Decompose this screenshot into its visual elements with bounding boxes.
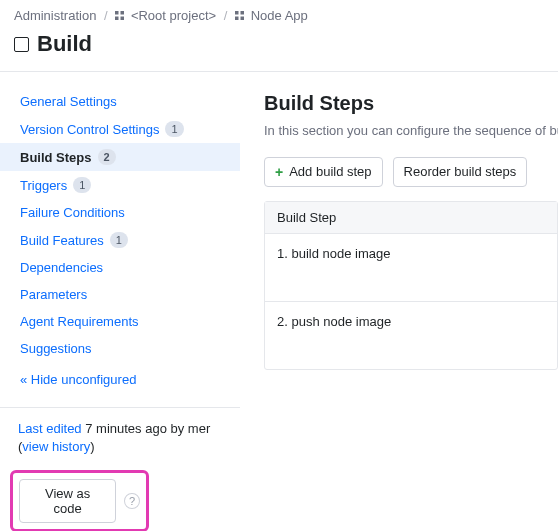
table-row[interactable]: 1. build node image <box>265 234 557 302</box>
main-panel: Build Steps In this section you can conf… <box>240 72 558 531</box>
svg-rect-3 <box>121 17 125 21</box>
add-build-step-label: Add build step <box>289 164 371 179</box>
sidebar-divider <box>0 407 240 408</box>
last-edited-link[interactable]: Last edited <box>18 421 82 436</box>
sidebar: General SettingsVersion Control Settings… <box>0 72 240 531</box>
sidebar-item-label: Failure Conditions <box>20 205 125 220</box>
sidebar-item-label: Parameters <box>20 287 87 302</box>
sidebar-item-label: Triggers <box>20 178 67 193</box>
plus-icon: + <box>275 164 283 180</box>
sidebar-item-build-features[interactable]: Build Features1 <box>0 226 240 254</box>
sidebar-item-dependencies[interactable]: Dependencies <box>0 254 240 281</box>
sidebar-item-suggestions[interactable]: Suggestions <box>0 335 240 362</box>
sidebar-item-label: Build Features <box>20 233 104 248</box>
view-as-code-button[interactable]: View as code <box>19 479 116 523</box>
svg-rect-5 <box>241 11 245 15</box>
project-icon <box>115 11 124 20</box>
svg-rect-0 <box>115 11 119 15</box>
breadcrumb: Administration / <Root project> / Node A… <box>0 0 558 29</box>
svg-rect-6 <box>235 17 239 21</box>
sidebar-item-parameters[interactable]: Parameters <box>0 281 240 308</box>
sidebar-item-triggers[interactable]: Triggers1 <box>0 171 240 199</box>
page-title-row: Build <box>0 29 558 71</box>
project-icon <box>235 11 244 20</box>
breadcrumb-sep: / <box>104 8 108 23</box>
sidebar-item-label: General Settings <box>20 94 117 109</box>
svg-rect-1 <box>121 11 125 15</box>
last-edited-time: 7 minutes ago by mer <box>85 421 210 436</box>
sidebar-item-label: Suggestions <box>20 341 92 356</box>
breadcrumb-admin[interactable]: Administration <box>14 8 96 23</box>
button-row: + Add build step Reorder build steps <box>264 157 558 187</box>
build-config-icon <box>14 37 29 52</box>
last-edited: Last edited 7 minutes ago by mer (view h… <box>0 420 240 456</box>
sidebar-item-agent-requirements[interactable]: Agent Requirements <box>0 308 240 335</box>
sidebar-item-badge: 1 <box>165 121 183 137</box>
sidebar-item-label: Dependencies <box>20 260 103 275</box>
svg-rect-2 <box>115 17 119 21</box>
hide-unconfigured-link[interactable]: « Hide unconfigured <box>0 362 240 401</box>
table-header: Build Step <box>265 202 557 234</box>
breadcrumb-node[interactable]: Node App <box>251 8 308 23</box>
sidebar-item-version-control-settings[interactable]: Version Control Settings1 <box>0 115 240 143</box>
sidebar-item-label: Version Control Settings <box>20 122 159 137</box>
svg-rect-7 <box>241 17 245 21</box>
section-description: In this section you can configure the se… <box>264 121 558 141</box>
sidebar-item-label: Agent Requirements <box>20 314 139 329</box>
help-icon[interactable]: ? <box>124 493 140 509</box>
sidebar-item-failure-conditions[interactable]: Failure Conditions <box>0 199 240 226</box>
table-row[interactable]: 2. push node image <box>265 302 557 369</box>
sidebar-item-badge: 2 <box>98 149 116 165</box>
view-history-link[interactable]: view history <box>22 439 90 454</box>
sidebar-item-badge: 1 <box>73 177 91 193</box>
add-build-step-button[interactable]: + Add build step <box>264 157 383 187</box>
svg-rect-4 <box>235 11 239 15</box>
view-as-code-highlight: View as code ? <box>10 470 149 531</box>
section-heading: Build Steps <box>264 92 558 115</box>
sidebar-item-badge: 1 <box>110 232 128 248</box>
page-title: Build <box>37 31 92 57</box>
sidebar-item-label: Build Steps <box>20 150 92 165</box>
breadcrumb-root[interactable]: <Root project> <box>131 8 216 23</box>
breadcrumb-sep: / <box>224 8 228 23</box>
build-steps-table: Build Step 1. build node image2. push no… <box>264 201 558 370</box>
sidebar-item-build-steps[interactable]: Build Steps2 <box>0 143 240 171</box>
reorder-build-steps-button[interactable]: Reorder build steps <box>393 157 528 187</box>
sidebar-item-general-settings[interactable]: General Settings <box>0 88 240 115</box>
